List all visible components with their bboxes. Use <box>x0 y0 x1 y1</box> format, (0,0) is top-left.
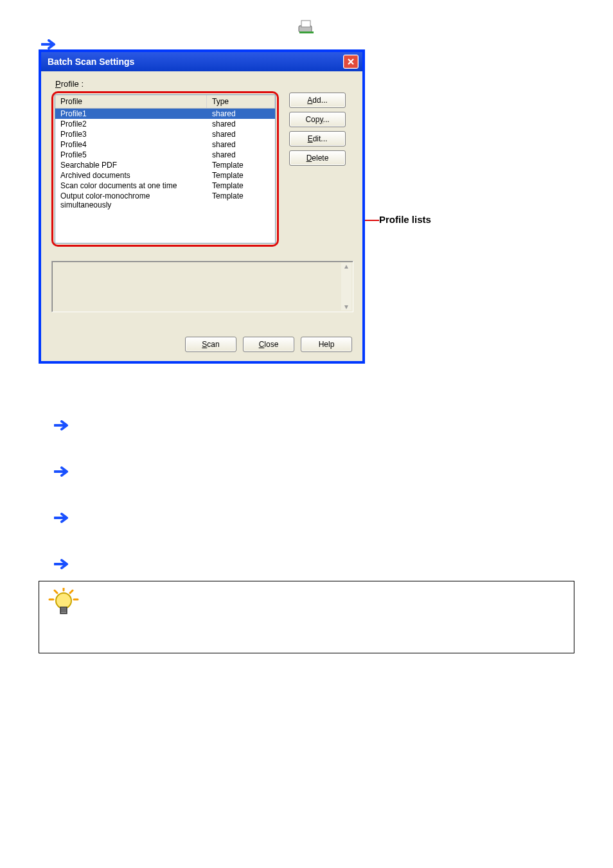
profile-type-cell: Template <box>207 170 275 181</box>
list-item[interactable]: Output color-monochrome simultaneouslyTe… <box>55 191 275 210</box>
profile-type-cell: shared <box>207 129 275 139</box>
profile-name-cell: Profile1 <box>55 109 207 119</box>
scanner-icon <box>298 21 315 31</box>
profile-type-cell: shared <box>207 119 275 129</box>
arrow-right-icon <box>41 39 58 49</box>
profile-name-cell: Scan color documents at one time <box>55 181 207 191</box>
profile-type-cell: Template <box>207 181 275 191</box>
list-item[interactable]: Profile5shared <box>55 150 275 160</box>
description-scrollbar[interactable]: ▲ ▼ <box>341 263 351 310</box>
profile-type-cell: Template <box>207 160 275 170</box>
profile-lists-annotation: Profile lists <box>379 214 431 225</box>
arrow-bullet-4 <box>54 559 574 569</box>
arrow-bullet-2 <box>54 466 574 477</box>
list-item[interactable]: Profile4shared <box>55 139 275 150</box>
list-item[interactable]: Archived documentsTemplate <box>55 170 275 181</box>
profile-name-cell: Searchable PDF <box>55 160 207 170</box>
scroll-up-icon: ▲ <box>343 263 350 270</box>
list-item[interactable]: Profile1shared <box>55 109 275 119</box>
profile-type-cell: shared <box>207 150 275 160</box>
list-item[interactable]: Searchable PDFTemplate <box>55 160 275 170</box>
arrow-right-icon <box>54 466 71 477</box>
arrow-bullet-3 <box>54 513 574 523</box>
description-box: ▲ ▼ <box>51 261 353 312</box>
profile-list-body: Profile1sharedProfile2sharedProfile3shar… <box>55 109 275 210</box>
tip-box <box>39 581 574 653</box>
column-profile[interactable]: Profile <box>55 95 207 108</box>
arrow-right-icon <box>54 513 71 523</box>
list-item[interactable]: Profile2shared <box>55 119 275 129</box>
profile-name-cell: Profile2 <box>55 119 207 129</box>
top-arrow-row <box>39 39 574 49</box>
help-button[interactable]: Help <box>301 337 352 352</box>
edit-button[interactable]: Edit... <box>289 131 346 146</box>
add-button[interactable]: Add... <box>289 93 346 108</box>
profile-type-cell: Template <box>207 191 275 210</box>
profile-list-header: Profile Type <box>55 95 275 109</box>
arrow-bullet-list <box>39 420 574 569</box>
profile-type-cell: shared <box>207 109 275 119</box>
side-button-column: Add... Copy... Edit... Delete <box>289 93 346 247</box>
profile-name-cell: Archived documents <box>55 170 207 181</box>
copy-button[interactable]: Copy... <box>289 112 346 127</box>
profile-list-highlight: Profile Type Profile1sharedProfile2share… <box>51 91 279 247</box>
list-item[interactable]: Profile3shared <box>55 129 275 139</box>
profile-label: Profile : <box>51 79 352 89</box>
scan-button[interactable]: Scan <box>185 337 236 352</box>
close-icon <box>347 58 355 66</box>
svg-rect-2 <box>299 31 314 33</box>
arrow-right-icon <box>54 420 71 430</box>
dialog-title: Batch Scan Settings <box>48 57 134 67</box>
profile-name-cell: Profile3 <box>55 129 207 139</box>
batch-scan-settings-dialog: Batch Scan Settings Profile : Profile Ty… <box>39 49 365 364</box>
scroll-down-icon: ▼ <box>343 303 350 310</box>
profile-area: Profile Type Profile1sharedProfile2share… <box>51 91 352 247</box>
bottom-button-row: Scan Close Help <box>51 337 352 352</box>
close-button[interactable] <box>343 55 359 69</box>
svg-rect-4 <box>60 607 67 614</box>
dialog-titlebar: Batch Scan Settings <box>41 52 362 71</box>
annotation-label: Profile lists <box>379 214 431 225</box>
column-type[interactable]: Type <box>207 95 275 108</box>
lightbulb-icon <box>48 588 79 621</box>
profile-name-cell: Output color-monochrome simultaneously <box>55 191 207 210</box>
delete-button[interactable]: Delete <box>289 150 346 166</box>
close-dialog-button[interactable]: Close <box>243 337 294 352</box>
arrow-bullet-1 <box>54 420 574 430</box>
svg-rect-1 <box>301 21 310 27</box>
profile-name-cell: Profile4 <box>55 139 207 150</box>
list-item[interactable]: Scan color documents at one timeTemplate <box>55 181 275 191</box>
dialog-client-area: Profile : Profile Type Profile1sharedPro… <box>41 71 362 361</box>
scanner-icon-container <box>39 19 574 35</box>
arrow-right-icon <box>54 559 71 569</box>
svg-point-3 <box>56 593 71 608</box>
annotation-connector-line <box>365 220 379 221</box>
profile-type-cell: shared <box>207 139 275 150</box>
profile-name-cell: Profile5 <box>55 150 207 160</box>
profile-listbox[interactable]: Profile Type Profile1sharedProfile2share… <box>55 94 276 244</box>
main-row: Batch Scan Settings Profile : Profile Ty… <box>39 49 574 364</box>
